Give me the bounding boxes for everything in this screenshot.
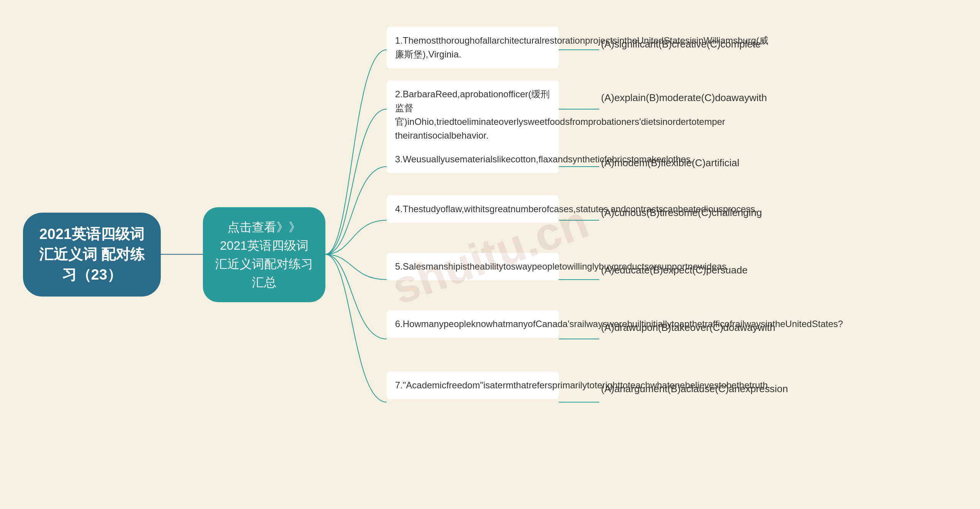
question-box-4: 4.Thestudyoflaw,withitsgreatnumberofcase…: [387, 195, 559, 223]
mindmap-container: 2021英语四级词汇近义词 配对练习（23） 点击查看》》2021英语四级词汇近…: [0, 0, 980, 509]
answer-box-5: (A)educate(B)expect(C)persuade: [601, 264, 748, 276]
question-box-6: 6.HowmanypeopleknowhatmanyofCanada'srail…: [387, 310, 559, 338]
question-box-2: 2.BarbaraReed,aprobationofficer(缓刑监督官)in…: [387, 80, 559, 149]
question-box-1: 1.Themostthoroughofallarchitecturalresto…: [387, 27, 559, 68]
middle-label: 点击查看》》2021英语四级词汇近义词配对练习汇总: [215, 220, 313, 289]
middle-node[interactable]: 点击查看》》2021英语四级词汇近义词配对练习汇总: [203, 207, 325, 302]
answer-box-3: (A)modem(B)flexible(C)artificial: [601, 157, 739, 169]
root-node: 2021英语四级词汇近义词 配对练习（23）: [23, 213, 161, 297]
question-box-5: 5.Salesmanshipistheabilitytoswaypeopleto…: [387, 253, 559, 280]
answer-box-6: (A)drawupon(B)takeover(C)doawaywith: [601, 322, 775, 334]
answer-box-2: (A)explain(B)moderate(C)doawaywith: [601, 92, 767, 104]
answer-box-1: (A)significant(B)creative(C)complete: [601, 38, 761, 50]
question-box-7: 7."Academicfreedom"isatermthatrefersprim…: [387, 372, 559, 399]
answer-box-7: (A)anargument(B)aclause(C)anexpression: [601, 383, 788, 395]
question-box-3: 3.Weusuallyusematerialslikecotton,flaxan…: [387, 146, 559, 173]
answer-box-4: (A)curious(B)tiresome(C)challenging: [601, 207, 762, 219]
root-label: 2021英语四级词汇近义词 配对练习（23）: [39, 226, 145, 283]
